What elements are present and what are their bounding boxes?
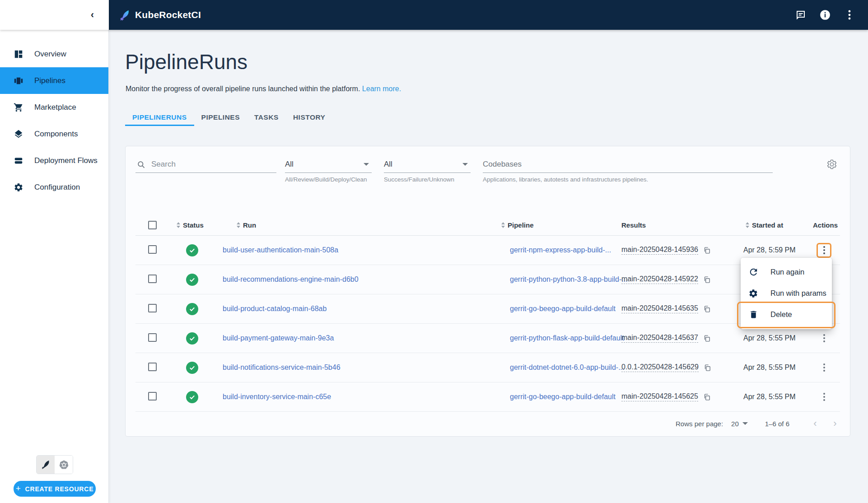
row-checkbox[interactable] <box>148 392 157 401</box>
result-value[interactable]: main-20250428-145635 <box>621 304 698 313</box>
column-header-pipeline[interactable]: Pipeline <box>501 221 613 229</box>
status-success-icon <box>186 391 198 403</box>
kubernetes-view-toggle[interactable] <box>55 456 73 474</box>
column-header-started-at[interactable]: Started at <box>735 221 807 229</box>
sidebar: Overview Pipelines Marketplace Component… <box>0 30 109 503</box>
result-value[interactable]: main-20250428-145936 <box>621 246 698 255</box>
copy-icon[interactable] <box>703 247 711 254</box>
column-header-results: Results <box>613 221 735 229</box>
menu-item-label: Run again <box>770 268 804 276</box>
status-select[interactable]: All <box>384 156 471 173</box>
result-value[interactable]: main-20250428-145922 <box>621 275 698 284</box>
row-checkbox[interactable] <box>148 245 157 254</box>
next-page-button[interactable]: › <box>827 416 843 431</box>
rows-per-page-select[interactable]: 20 <box>731 420 748 428</box>
codebases-field[interactable] <box>483 156 773 173</box>
select-all-checkbox[interactable] <box>148 221 157 229</box>
menu-item-label: Delete <box>770 310 792 319</box>
row-actions-button[interactable] <box>817 360 831 375</box>
sort-icon[interactable] <box>501 222 505 228</box>
run-link[interactable]: build-recommendations-engine-main-d6b0 <box>223 275 359 283</box>
search-field[interactable] <box>135 156 276 173</box>
learn-more-link[interactable]: Learn more. <box>362 85 401 93</box>
feedback-chat-icon[interactable] <box>795 9 807 21</box>
search-icon <box>137 160 145 169</box>
kebab-menu-icon[interactable] <box>844 9 855 21</box>
codebases-input[interactable] <box>483 160 754 169</box>
column-header-status[interactable]: Status <box>164 221 214 229</box>
copy-icon[interactable] <box>703 276 711 284</box>
table-header-row: Status Run Pipeline Results <box>135 215 840 236</box>
copy-icon[interactable] <box>703 335 711 342</box>
pipeline-link[interactable]: gerrit-dotnet-dotnet-6.0-app-build-... <box>510 363 624 371</box>
run-link[interactable]: build-notifications-service-main-5b46 <box>223 363 341 371</box>
view-toggle-group <box>36 455 73 474</box>
row-actions-button[interactable] <box>817 243 831 258</box>
pipelines-icon <box>13 75 24 86</box>
rows-per-page-label: Rows per page: <box>676 420 723 428</box>
pipeline-link[interactable]: gerrit-go-beego-app-build-default <box>510 393 616 401</box>
table-settings-gear-icon[interactable] <box>826 159 837 170</box>
tab-pipelines[interactable]: PIPELINES <box>194 109 247 126</box>
row-actions-button[interactable] <box>817 390 831 405</box>
sort-icon[interactable] <box>237 222 240 228</box>
run-link[interactable]: build-user-authentication-main-508a <box>223 246 338 254</box>
search-input[interactable] <box>151 160 251 169</box>
menu-item-run-again[interactable]: Run again <box>741 261 832 283</box>
status-select-value: All <box>384 160 392 169</box>
run-link[interactable]: build-product-catalog-main-68ab <box>223 305 327 312</box>
table-row: build-notifications-service-main-5b46 ge… <box>135 353 840 382</box>
run-link[interactable]: build-payment-gateway-main-9e3a <box>223 334 334 342</box>
pipeline-link[interactable]: gerrit-python-flask-app-build-default <box>510 334 624 342</box>
create-resource-button[interactable]: + CREATE RESOURCE <box>14 481 96 497</box>
started-at-value: Apr 28, 5:55 PM <box>735 334 807 342</box>
tab-tasks[interactable]: TASKS <box>247 109 286 126</box>
sidebar-item-label: Components <box>34 130 78 139</box>
menu-item-label: Run with params <box>770 289 826 298</box>
table-row: build-payment-gateway-main-9e3a gerrit-p… <box>135 324 840 353</box>
page-subtitle: Monitor the progress of overall pipeline… <box>126 85 401 93</box>
pipeline-link[interactable]: gerrit-npm-express-app-build-... <box>510 246 611 254</box>
pipelineruns-table: Status Run Pipeline Results <box>135 215 840 435</box>
pipeline-link[interactable]: gerrit-go-beego-app-build-default <box>510 305 616 312</box>
sidebar-item-components[interactable]: Components <box>0 121 108 147</box>
result-value[interactable]: main-20250428-145625 <box>621 392 698 401</box>
result-value[interactable]: main-20250428-145637 <box>621 334 698 343</box>
column-header-run[interactable]: Run <box>214 221 501 229</box>
codebases-helper: Applications, libraries, autotests and i… <box>483 176 648 183</box>
result-value[interactable]: 0.0.1-20250428-145629 <box>621 363 699 372</box>
pipeline-link[interactable]: gerrit-python-python-3.8-app-build-... <box>510 275 628 283</box>
cart-icon <box>13 102 24 113</box>
menu-item-delete[interactable]: Delete <box>741 304 832 325</box>
sort-icon[interactable] <box>177 222 180 228</box>
brand-title: KubeRocketCI <box>135 9 201 20</box>
info-icon[interactable] <box>819 9 831 21</box>
sidebar-item-marketplace[interactable]: Marketplace <box>0 94 108 121</box>
row-checkbox[interactable] <box>148 333 157 342</box>
copy-icon[interactable] <box>703 305 711 313</box>
chevron-down-icon <box>742 422 748 425</box>
sidebar-item-overview[interactable]: Overview <box>0 41 108 67</box>
sort-icon[interactable] <box>746 222 749 228</box>
page-title: PipelineRuns <box>125 50 247 74</box>
previous-page-button[interactable]: ‹ <box>807 416 823 431</box>
collapse-sidebar-icon[interactable]: ‹ <box>91 10 94 20</box>
copy-icon[interactable] <box>703 393 711 401</box>
status-success-icon <box>186 274 198 286</box>
sidebar-item-configuration[interactable]: Configuration <box>0 174 108 200</box>
tab-history[interactable]: HISTORY <box>286 109 333 126</box>
sidebar-item-deployment-flows[interactable]: Deployment Flows <box>0 147 108 174</box>
kuberocketci-view-toggle[interactable] <box>37 456 55 474</box>
run-link[interactable]: build-inventory-service-main-c65e <box>223 393 331 401</box>
sidebar-item-pipelines[interactable]: Pipelines <box>0 67 108 94</box>
row-checkbox[interactable] <box>148 304 157 312</box>
copy-icon[interactable] <box>704 364 711 372</box>
status-success-icon <box>186 244 198 256</box>
started-at-value: Apr 28, 5:55 PM <box>735 393 807 401</box>
pipeline-type-select[interactable]: All <box>285 156 372 173</box>
row-actions-button[interactable] <box>817 331 831 346</box>
row-checkbox[interactable] <box>148 363 157 371</box>
tab-pipelineruns[interactable]: PIPELINERUNS <box>125 109 194 126</box>
row-checkbox[interactable] <box>148 275 157 283</box>
menu-item-run-with-params[interactable]: Run with params <box>741 283 832 304</box>
